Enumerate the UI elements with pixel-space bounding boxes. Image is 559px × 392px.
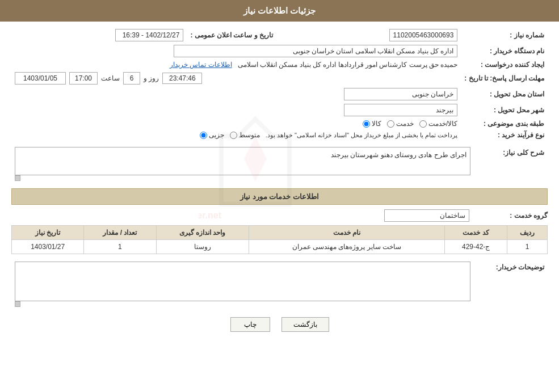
- purchase-motavasset-label: متوسط: [239, 131, 260, 139]
- buyer-org-value: اداره کل بنیاد مسکن انقلاب اسلامی استان …: [174, 45, 457, 57]
- need-summary-value: اجرای طرح هادی روستای دهنو شهرستان بیرجن…: [15, 147, 470, 175]
- cell-service_code: ج-42-429: [445, 240, 507, 254]
- purchase-note: پرداخت تمام یا بخشی از مبلغ خریداز محل "…: [266, 132, 458, 139]
- print-button[interactable]: چاپ: [230, 317, 270, 332]
- announce-value: 1402/12/27 - 16:39: [115, 29, 183, 41]
- purchase-jozi-radio[interactable]: [200, 132, 207, 139]
- services-section-header: اطلاعات خدمات مورد نیاز: [11, 188, 548, 205]
- service-group-value: ساختمان: [384, 209, 469, 222]
- buyer-notes-table: توضیحات خریدار:: [11, 260, 548, 309]
- main-info-table: شماره نیاز : 1102005463000693 تاریخ و سا…: [11, 27, 548, 141]
- purchase-motavasset-option[interactable]: متوسط: [230, 131, 260, 139]
- category-kala-radio[interactable]: [363, 120, 370, 128]
- cell-row_num: 1: [507, 240, 547, 254]
- category-kala-khadamat-option[interactable]: کالا/خدمت: [419, 120, 457, 128]
- need-summary-label: شرح کلی نیاز:: [474, 145, 548, 183]
- need-number-value: 1102005463000693: [389, 29, 458, 41]
- category-kala-label: کالا: [372, 120, 381, 128]
- category-kala-khadamat-label: کالا/خدمت: [428, 120, 457, 128]
- purchase-jozi-option[interactable]: جزیی: [200, 131, 224, 139]
- category-kala-khadamat-radio[interactable]: [419, 120, 427, 128]
- buyer-notes-box: [15, 262, 470, 301]
- bottom-buttons: بازگشت چاپ: [11, 317, 548, 332]
- buyer-org-label: نام دستگاه خریدار :: [461, 43, 548, 59]
- creator-value: حمیده حق پرست کارشناس امور قراردادها ادا…: [238, 61, 458, 69]
- buyer-notes-resize-handle[interactable]: [15, 301, 20, 307]
- col-service-code: کد خدمت: [445, 226, 507, 240]
- purchase-motavasset-radio[interactable]: [230, 132, 237, 139]
- back-button[interactable]: بازگشت: [281, 317, 329, 332]
- cell-date: 1403/01/27: [12, 240, 84, 254]
- col-service-name: نام خدمت: [249, 226, 445, 240]
- category-khadamat-label: خدمت: [396, 120, 414, 128]
- page-header: جزئیات اطلاعات نیاز: [0, 0, 559, 22]
- cell-service_name: ساخت سایر پروژه‌های مهندسی عمران: [249, 240, 445, 254]
- col-unit: واحد اندازه گیری: [156, 226, 249, 240]
- city-value: بیرجند: [344, 104, 457, 116]
- col-row-num: ردیف: [507, 226, 547, 240]
- col-date: تاریخ نیاز: [12, 226, 84, 240]
- province-label: استان محل تحویل :: [461, 86, 548, 102]
- deadline-date: 1403/01/05: [15, 72, 66, 85]
- contact-link[interactable]: اطلاعات تماس خریدار: [170, 61, 232, 69]
- creator-label: ایجاد کننده درخواست :: [461, 59, 548, 70]
- cell-unit: روستا: [156, 240, 249, 254]
- deadline-remaining-label: روز و: [144, 74, 159, 82]
- buyer-notes-wrapper: [15, 262, 470, 301]
- services-table: ردیف کد خدمت نام خدمت واحد اندازه گیری ت…: [11, 225, 548, 254]
- category-khadamat-option[interactable]: خدمت: [387, 120, 414, 128]
- content-area: شماره نیاز : 1102005463000693 تاریخ و سا…: [0, 22, 559, 343]
- purchase-type-label: نوع فرآیند خرید :: [461, 129, 548, 141]
- page-wrapper: جزئیات اطلاعات نیاز شماره نیاز : 1102005…: [0, 0, 559, 392]
- description-resize-handle[interactable]: [15, 175, 20, 181]
- buyer-notes-label: توضیحات خریدار:: [474, 260, 548, 309]
- province-value: خراسان جنوبی: [344, 88, 457, 100]
- service-group-row: گروه خدمت : ساختمان: [11, 209, 548, 222]
- deadline-timer: 23:47:46: [162, 73, 202, 84]
- deadline-time-label: ساعت: [101, 74, 120, 82]
- cell-count: 1: [84, 240, 156, 254]
- deadline-label: مهلت ارسال پاسخ: تا تاریخ :: [461, 70, 548, 86]
- purchase-jozi-label: جزیی: [209, 131, 224, 139]
- category-kala-option[interactable]: کالا: [363, 120, 381, 128]
- category-label: طبقه بندی موضوعی :: [461, 118, 548, 129]
- table-row: 1ج-42-429ساخت سایر پروژه‌های مهندسی عمرا…: [12, 240, 548, 254]
- city-label: شهر محل تحویل :: [461, 102, 548, 118]
- deadline-days: 6: [123, 72, 140, 85]
- service-group-label: گروه خدمت :: [474, 212, 548, 220]
- col-count: تعداد / مقدار: [84, 226, 156, 240]
- category-khadamat-radio[interactable]: [387, 120, 394, 128]
- need-summary-wrapper: اجرای طرح هادی روستای دهنو شهرستان بیرجن…: [15, 147, 470, 175]
- page-title: جزئیات اطلاعات نیاز: [243, 6, 316, 15]
- need-summary-table: شرح کلی نیاز: اجرای طرح هادی روستای دهنو…: [11, 145, 548, 183]
- need-number-label: شماره نیاز :: [461, 27, 548, 43]
- deadline-time: 17:00: [69, 72, 98, 85]
- announce-label: تاریخ و ساعت اعلان عمومی :: [187, 27, 284, 43]
